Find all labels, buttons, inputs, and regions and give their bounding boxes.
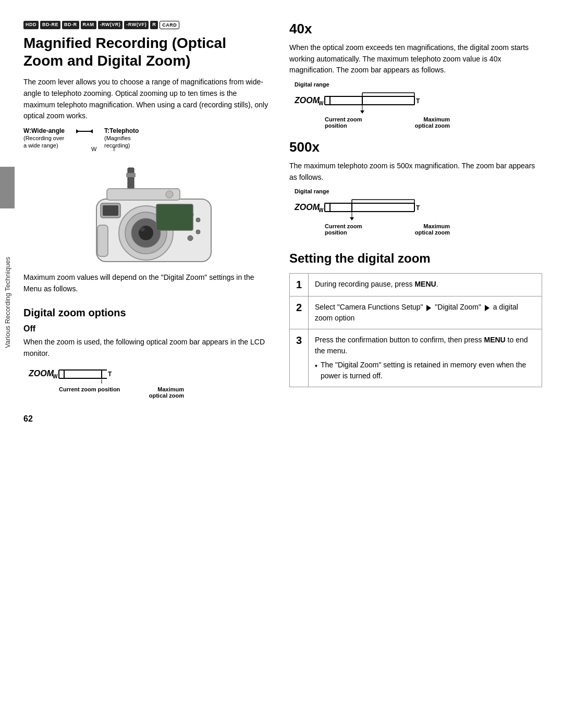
page: Various Recording Techniques HDD BD-RE B… [0, 0, 563, 728]
wt-right-label: T:Telephoto [104, 127, 139, 134]
bullet-item-1: • The "Digital Zoom" setting is retained… [315, 360, 535, 381]
svg-text:ZOOM: ZOOM [295, 203, 320, 212]
svg-rect-21 [156, 204, 193, 230]
arrow-icon-2b [485, 305, 489, 311]
zoom-bar-off: ZOOM W T Current zoom [29, 365, 268, 399]
menu-label-1: MENU [414, 280, 436, 288]
svg-point-23 [166, 191, 173, 198]
svg-marker-2 [90, 129, 93, 133]
wide-angle-label: W:Wide-angle (Recording overa wide range… [23, 127, 65, 149]
svg-marker-46 [360, 110, 364, 114]
step-2-number: 2 [290, 297, 309, 329]
off-text: When the zoom is used, the following opt… [23, 337, 268, 359]
step-row-3: 3 Press the confirmation button to confi… [290, 329, 542, 387]
side-label: Various Recording Techniques [0, 198, 15, 406]
svg-rect-20 [97, 225, 108, 256]
heading-500x: 500x [289, 139, 542, 155]
svg-text:ZOOM: ZOOM [29, 369, 54, 378]
telephoto-label: T:Telephoto (Magnifiesrecording) [104, 127, 139, 149]
badge-hdd: HDD [23, 21, 39, 29]
svg-text:W: W [319, 207, 324, 213]
wt-arrow [75, 127, 94, 135]
svg-point-18 [196, 230, 200, 234]
svg-marker-60 [350, 217, 354, 220]
zoom-diagram-500x: Digital range ZOOM W T [295, 188, 542, 236]
main-title: Magnified Recording (Optical Zoom and Di… [23, 34, 268, 69]
step-1-content: During recording pause, press MENU. [309, 274, 542, 297]
setting-heading: Setting the digital zoom [289, 251, 542, 266]
camera-svg: VOL [65, 157, 227, 267]
badge-rwvr: -RW(VR) [98, 21, 123, 29]
left-column: HDD BD-RE BD-R RAM -RW(VR) -RW(VF) R CAR… [23, 21, 274, 707]
w-label: W [91, 146, 96, 152]
badge-bdre: BD-RE [40, 21, 60, 29]
main-content: HDD BD-RE BD-R RAM -RW(VR) -RW(VF) R CAR… [0, 0, 563, 728]
step-3-content: Press the confirmation button to confirm… [309, 329, 542, 387]
caption-500x-right: Maximumoptical zoom [415, 223, 450, 236]
badge-rwvf: -RW(VF) [124, 21, 149, 29]
svg-text:W: W [319, 101, 324, 106]
zoom-diagram-40x: Digital range ZOOM W T [295, 81, 542, 129]
zoom-bar-500x-svg: ZOOM W T [295, 195, 451, 221]
svg-text:W: W [53, 374, 58, 379]
wt-left-label: W:Wide-angle [23, 127, 65, 134]
off-caption-right: Maximumoptical zoom [149, 386, 184, 399]
t-label: T [112, 146, 116, 152]
svg-point-12 [140, 227, 145, 231]
digital-range-label-40: Digital range [295, 81, 542, 88]
svg-text:T: T [108, 371, 112, 378]
svg-rect-4 [126, 173, 136, 177]
svg-text:ZOOM: ZOOM [295, 96, 320, 105]
steps-table: 1 During recording pause, press MENU. 2 … [289, 273, 542, 387]
text-500x: The maximum telephoto zoom is 500x magni… [289, 161, 542, 183]
camera-illustration: VOL [23, 157, 268, 267]
wt-right-sub: (Magnifiesrecording) [104, 135, 131, 149]
off-caption-left: Current zoom position [59, 386, 120, 399]
right-column: 40x When the optical zoom exceeds ten ma… [289, 21, 542, 707]
step-row-1: 1 During recording pause, press MENU. [290, 274, 542, 297]
step-3-number: 3 [290, 329, 309, 387]
zoom-bar-off-svg: ZOOM W T [29, 365, 159, 385]
badge-ram: RAM [81, 21, 96, 29]
captions-500x: Current zoomposition Maximumoptical zoom [325, 223, 450, 236]
intro-text: The zoom lever allows you to choose a ra… [23, 77, 268, 122]
bullet-dot: • [315, 361, 317, 381]
caption-40x-left: Current zoomposition [325, 116, 362, 129]
text-40x: When the optical zoom exceeds ten magnif… [289, 42, 542, 76]
svg-text:T: T [416, 204, 420, 212]
double-arrow-icon [75, 127, 94, 135]
digital-zoom-options-heading: Digital zoom options [23, 307, 268, 319]
arrow-icon-2a [426, 305, 431, 311]
off-zoom-captions: Current zoom position Maximumoptical zoo… [59, 386, 184, 399]
menu-label-3: MENU [484, 336, 506, 344]
badge-r: R [150, 21, 158, 29]
captions-40x: Current zoomposition Maximumoptical zoom [325, 116, 450, 129]
digital-range-label-500: Digital range [295, 188, 542, 194]
bullet-text: The "Digital Zoom" setting is retained i… [321, 360, 535, 381]
page-number: 62 [23, 414, 268, 424]
svg-marker-1 [76, 129, 79, 133]
svg-rect-14 [103, 205, 118, 216]
step-2-content: Select "Camera Functions Setup" "Digital… [309, 297, 542, 329]
svg-point-16 [196, 218, 200, 222]
max-zoom-text: Maximum zoom values will depend on the "… [23, 272, 268, 294]
svg-point-19 [188, 236, 193, 241]
caption-40x-right: Maximumoptical zoom [415, 116, 450, 129]
step-row-2: 2 Select "Camera Functions Setup" "Digit… [290, 297, 542, 329]
badge-bdr: BD-R [62, 21, 79, 29]
off-sub-heading: Off [23, 324, 268, 334]
zoom-bar-40x-svg: ZOOM W T [295, 89, 451, 115]
svg-text:T: T [416, 97, 420, 105]
heading-40x: 40x [289, 21, 542, 37]
badge-row: HDD BD-RE BD-R RAM -RW(VR) -RW(VF) R CAR… [23, 21, 268, 29]
badge-card: CARD [160, 21, 179, 29]
wt-left-sub: (Recording overa wide range) [23, 135, 64, 149]
step-1-number: 1 [290, 274, 309, 297]
caption-500x-left: Current zoomposition [325, 223, 362, 236]
